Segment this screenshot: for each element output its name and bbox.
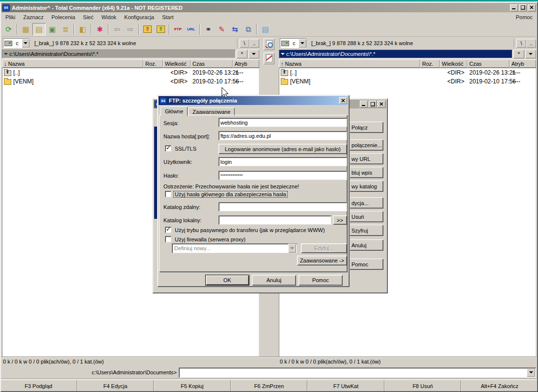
right-header-nazwa[interactable]: ↑Nazwa <box>279 59 420 68</box>
duplicate-entry-button[interactable]: bluj wpis <box>350 167 383 178</box>
thumbnails-view-icon[interactable]: ▣ <box>46 23 59 35</box>
right-header-czas[interactable]: Czas <box>467 59 510 68</box>
right-up-button[interactable]: .. <box>526 39 536 48</box>
local-dir-input[interactable] <box>218 215 331 225</box>
remote-dir-input[interactable] <box>218 202 347 211</box>
right-history-button[interactable] <box>525 50 536 58</box>
left-drive-dropdown-icon[interactable] <box>22 39 29 48</box>
left-header-roz[interactable]: Roz. <box>143 59 163 68</box>
file-row[interactable]: [..] <DIR> 2019-02-26 13:21 r--- <box>2 68 259 77</box>
menu-item-konfiguracja[interactable]: Konfiguracja <box>120 13 158 21</box>
full-view-icon[interactable]: ▤ <box>32 23 46 35</box>
delete-entry-button[interactable]: Usuń <box>350 211 383 222</box>
menu-item-start[interactable]: Start <box>158 13 177 21</box>
fkey-f6-zmprzen[interactable]: F6 ZmPrzen <box>231 380 308 392</box>
forward-icon[interactable]: ⇨ <box>124 23 137 35</box>
left-header-wielkosc[interactable]: Wielkość <box>163 59 190 68</box>
tab-glowne[interactable]: Główne <box>161 106 188 116</box>
fkey-f5-kopiuj[interactable]: F5 Kopiuj <box>154 380 231 392</box>
copy-clipboard-icon[interactable]: ⧉ <box>242 23 255 35</box>
fkey-f4-edycja[interactable]: F4 Edycja <box>77 380 154 392</box>
edit-entry-button[interactable]: dycja... <box>350 197 383 209</box>
file-row[interactable]: [VENM] <DIR> 2019-02-10 17:56 ---- <box>2 77 259 86</box>
unpack-icon[interactable]: ⇑ <box>154 23 167 35</box>
maximize-button[interactable] <box>519 4 527 11</box>
right-path-bar[interactable]: c:\Users\Administrator\Documents\*.* <box>279 50 512 58</box>
right-header-roz[interactable]: Roz. <box>420 59 440 68</box>
encrypt-button[interactable]: Szyfruj <box>350 225 383 236</box>
menu-item-zaznacz[interactable]: Zaznacz <box>19 13 48 21</box>
close-button[interactable] <box>528 4 536 11</box>
right-header-wielkosc[interactable]: Wielkość <box>440 59 467 68</box>
left-path-bar[interactable]: c:\Users\Administrator\Documents\*.* <box>2 50 236 58</box>
passive-mode-checkbox[interactable] <box>165 227 171 233</box>
back-icon[interactable]: ⇦ <box>110 23 124 35</box>
left-header-czas[interactable]: Czas <box>190 59 233 68</box>
ftp-connect-icon[interactable]: FTP <box>171 23 185 35</box>
left-up-button[interactable]: .. <box>249 39 259 48</box>
anonymous-login-button[interactable]: Logowanie anonimowe (adres e-mail jako h… <box>218 144 347 154</box>
password-input[interactable] <box>218 171 347 180</box>
proxy-select[interactable]: Definiuj nowy... <box>172 243 297 253</box>
close-button[interactable] <box>377 101 385 107</box>
fkey-f3-podglad[interactable]: F3 Podgląd <box>0 380 77 392</box>
left-drive-combo[interactable]: c <box>3 38 29 48</box>
new-folder-button[interactable]: wy katalog <box>350 181 383 192</box>
minimize-button[interactable] <box>510 4 518 11</box>
search-icon[interactable]: ⚭ <box>202 23 215 35</box>
session-input[interactable] <box>218 118 347 127</box>
advanced-button[interactable]: Zaawansowane -> <box>297 256 347 265</box>
command-history-icon[interactable] <box>527 368 535 377</box>
browse-local-dir-button[interactable]: >> <box>333 215 347 225</box>
file-row[interactable]: [..] <DIR> 2019-02-26 13:21 r--- <box>279 68 536 77</box>
connect-button[interactable]: Połącz <box>350 122 383 133</box>
menu-item-siec[interactable]: Sieć <box>79 13 97 21</box>
brief-view-icon[interactable]: ▦ <box>19 23 32 35</box>
menu-item-polecenia[interactable]: Polecenia <box>48 13 79 21</box>
quick-view-icon[interactable]: ◧ <box>76 23 89 35</box>
help-button[interactable]: Pomoc <box>298 275 343 286</box>
dialog-close-button[interactable] <box>339 97 347 104</box>
tree-view-icon[interactable]: ≣ <box>59 23 72 35</box>
left-root-button[interactable]: \ <box>240 39 249 48</box>
edit-file-icon[interactable] <box>264 52 274 64</box>
help-button[interactable]: Pomoc <box>350 259 383 270</box>
menu-item-pliki[interactable]: Pliki <box>1 13 19 21</box>
maximize-button[interactable] <box>369 101 377 107</box>
select-filter-icon[interactable]: ✱ <box>93 23 107 35</box>
refresh-icon[interactable]: ⟳ <box>2 23 15 35</box>
username-input[interactable] <box>218 157 347 166</box>
menu-item-pomoc[interactable]: Pomoc <box>512 13 537 21</box>
new-connection-button[interactable]: połączenie... <box>350 139 383 151</box>
ok-button[interactable]: OK <box>205 275 249 286</box>
right-filter-button[interactable]: * <box>513 50 524 58</box>
right-drive-combo[interactable]: c <box>280 38 306 48</box>
cancel-button[interactable]: Anuluj <box>350 239 383 251</box>
fkey-f7-utwkat[interactable]: F7 UtwKat <box>307 380 384 392</box>
left-history-button[interactable] <box>248 50 259 58</box>
fkey-f8-usun[interactable]: F8 Usuń <box>384 380 461 392</box>
pack-icon[interactable]: ⇑ <box>141 23 154 35</box>
host-input[interactable] <box>218 131 347 140</box>
firewall-checkbox[interactable] <box>165 236 171 242</box>
new-url-button[interactable]: wy URL <box>350 153 383 164</box>
right-drive-dropdown-icon[interactable] <box>298 39 306 48</box>
master-password-checkbox[interactable] <box>165 191 171 197</box>
left-header-nazwa[interactable]: ↓Nazwa <box>2 59 143 68</box>
file-row[interactable]: [VENM] <DIR> 2019-02-10 17:56 ---- <box>279 77 536 86</box>
menu-item-widok[interactable]: Widok <box>97 13 120 21</box>
right-root-button[interactable]: \ <box>516 39 526 48</box>
left-filter-button[interactable]: * <box>237 50 247 58</box>
notepad-icon[interactable]: ▤ <box>259 23 272 35</box>
sync-dirs-icon[interactable]: ⇆ <box>228 23 242 35</box>
ftp-url-icon[interactable]: URL <box>185 23 198 35</box>
left-header-atryb[interactable]: Atryb <box>233 59 259 68</box>
right-header-atryb[interactable]: Atryb <box>510 59 536 68</box>
fkey-altf4-zakoncz[interactable]: Alt+F4 Zakończ <box>461 380 538 392</box>
command-input[interactable] <box>180 368 527 377</box>
multi-rename-icon[interactable]: ✎ <box>215 23 228 35</box>
preview-file-icon[interactable] <box>264 38 274 50</box>
ssl-checkbox[interactable] <box>165 145 171 152</box>
cancel-button[interactable]: Anuluj <box>252 275 296 286</box>
minimize-button[interactable] <box>360 101 368 107</box>
